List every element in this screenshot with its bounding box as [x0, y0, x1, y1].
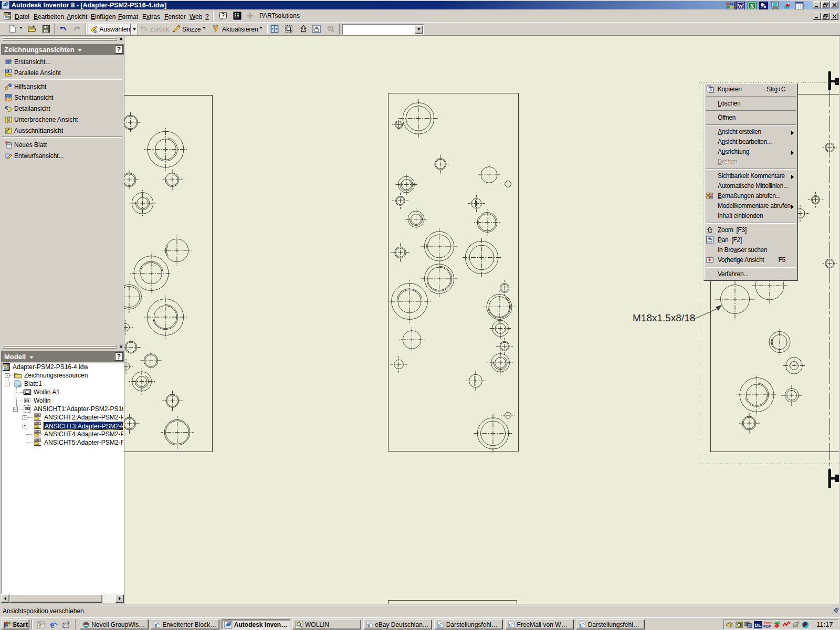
- svg-text:DE: DE: [755, 622, 762, 627]
- svg-text:W: W: [738, 3, 743, 9]
- svg-text:PDF: PDF: [763, 625, 771, 628]
- svg-text:A: A: [5, 105, 8, 110]
- svg-text:M18x1.5x8/18: M18x1.5x8/18: [633, 312, 695, 323]
- svg-text:e: e: [50, 621, 54, 629]
- svg-text:e: e: [155, 622, 158, 628]
- svg-text:X: X: [750, 3, 754, 9]
- svg-text:e: e: [438, 622, 441, 628]
- svg-text:?: ?: [222, 13, 225, 18]
- svg-text:e: e: [509, 622, 512, 628]
- svg-text:Free: Free: [764, 621, 772, 625]
- svg-text:e: e: [368, 622, 370, 628]
- svg-text:e: e: [580, 622, 583, 628]
